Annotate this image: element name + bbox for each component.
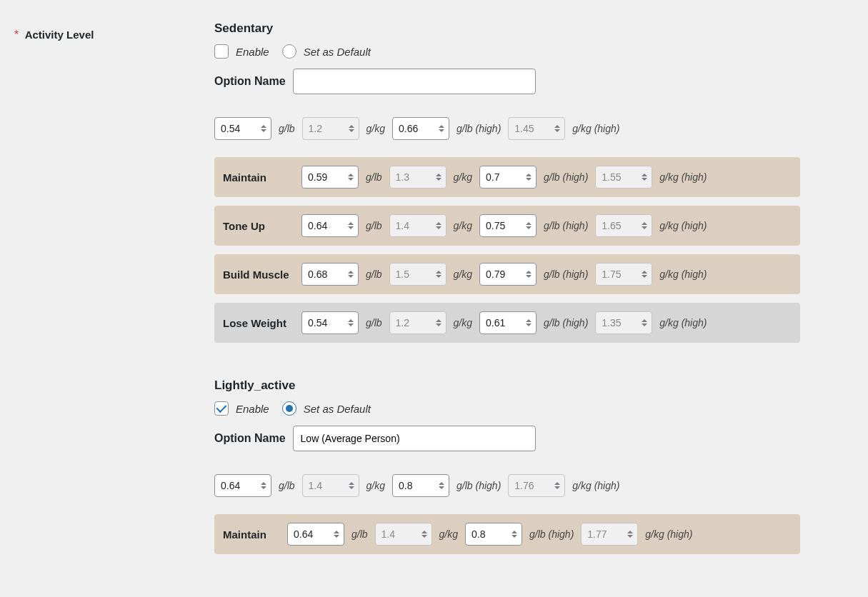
gkg-input	[302, 117, 359, 140]
glb-input[interactable]	[214, 474, 271, 497]
default-label: Set as Default	[304, 46, 371, 58]
unit-glb-high: g/lb (high)	[457, 123, 501, 134]
enable-label: Enable	[236, 403, 269, 415]
unit-gkg-high: g/kg (high)	[659, 171, 707, 183]
unit-glb-high: g/lb (high)	[544, 317, 588, 328]
glb-input[interactable]	[214, 117, 271, 140]
unit-gkg: g/kg	[454, 171, 472, 183]
unit-gkg: g/kg	[454, 317, 472, 328]
goal-values-row: Maintain g/lb g/kg g/lb (high) g/kg (hig…	[214, 514, 800, 554]
goal-label: Tone Up	[223, 220, 294, 232]
enable-default-row: Enable Set as Default	[214, 401, 800, 416]
unit-glb-high: g/lb (high)	[544, 269, 588, 280]
glb-input[interactable]	[301, 166, 359, 189]
unit-gkg: g/kg	[366, 123, 385, 134]
goal-label: Build Muscle	[223, 269, 294, 281]
base-values-row: g/lb g/kg g/lb (high) g/kg (high)	[214, 466, 800, 506]
unit-gkg: g/kg	[439, 528, 458, 540]
unit-glb: g/lb	[279, 123, 295, 134]
option-name-label: Option Name	[214, 432, 286, 445]
unit-gkg-high: g/kg (high)	[659, 317, 707, 328]
unit-glb: g/lb	[366, 317, 382, 328]
unit-gkg: g/kg	[454, 220, 472, 231]
goal-values-row: Build Muscle g/lb g/kg g/lb (high) g/kg …	[214, 254, 800, 294]
unit-gkg-high: g/kg (high)	[659, 220, 707, 231]
gkg-input	[302, 474, 359, 497]
glb-input[interactable]	[301, 214, 359, 237]
level-title: Lightly_active	[214, 378, 800, 393]
gkg-input	[375, 523, 432, 546]
level-block: Sedentary Enable Set as Default Option N…	[214, 21, 800, 343]
default-label: Set as Default	[304, 403, 371, 415]
gkg-input	[389, 263, 447, 286]
base-values-row: g/lb g/kg g/lb (high) g/kg (high)	[214, 109, 800, 149]
glb-high-input[interactable]	[465, 523, 522, 546]
goal-label: Maintain	[223, 171, 294, 184]
gkg-input	[389, 214, 447, 237]
unit-gkg-high: g/kg (high)	[645, 528, 692, 540]
gkg-high-input	[581, 523, 638, 546]
gkg-high-input	[595, 263, 652, 286]
glb-high-input[interactable]	[479, 166, 537, 189]
level-block: Lightly_active Enable Set as Default Opt…	[214, 378, 800, 554]
glb-high-input[interactable]	[392, 474, 449, 497]
level-title: Sedentary	[214, 21, 800, 36]
option-name-input[interactable]	[293, 426, 536, 451]
enable-checkbox[interactable]	[214, 401, 229, 416]
glb-high-input[interactable]	[479, 263, 537, 286]
enable-checkbox[interactable]	[214, 44, 229, 59]
goal-label: Maintain	[223, 528, 280, 541]
gkg-input	[389, 166, 447, 189]
unit-gkg-high: g/kg (high)	[572, 480, 619, 491]
unit-gkg-high: g/kg (high)	[659, 269, 707, 280]
gkg-high-input	[595, 214, 652, 237]
unit-glb: g/lb	[366, 269, 382, 280]
goal-values-row: Lose Weight g/lb g/kg g/lb (high) g/kg (…	[214, 303, 800, 343]
option-name-input[interactable]	[293, 69, 536, 94]
gkg-high-input	[508, 474, 565, 497]
enable-label: Enable	[236, 46, 269, 58]
gkg-high-input	[595, 166, 652, 189]
unit-glb-high: g/lb (high)	[544, 171, 588, 183]
unit-glb: g/lb	[366, 171, 382, 183]
default-radio[interactable]	[282, 401, 296, 416]
unit-gkg: g/kg	[366, 480, 385, 491]
goal-label: Lose Weight	[223, 317, 294, 329]
unit-gkg: g/kg	[454, 269, 472, 280]
goal-values-row: Maintain g/lb g/kg g/lb (high) g/kg (hig…	[214, 157, 800, 197]
unit-glb: g/lb	[279, 480, 295, 491]
enable-default-row: Enable Set as Default	[214, 44, 800, 59]
gkg-input	[389, 311, 447, 334]
default-radio[interactable]	[282, 44, 296, 59]
gkg-high-input	[595, 311, 652, 334]
glb-high-input[interactable]	[479, 311, 537, 334]
unit-gkg-high: g/kg (high)	[572, 123, 619, 134]
option-name-row: Option Name	[214, 426, 800, 451]
glb-input[interactable]	[287, 523, 344, 546]
option-name-row: Option Name	[214, 69, 800, 94]
unit-glb: g/lb	[366, 220, 382, 231]
goal-values-row: Tone Up g/lb g/kg g/lb (high) g/kg (high…	[214, 206, 800, 246]
unit-glb: g/lb	[351, 528, 368, 540]
unit-glb-high: g/lb (high)	[529, 528, 574, 540]
option-name-label: Option Name	[214, 75, 286, 88]
gkg-high-input	[508, 117, 565, 140]
required-marker: *	[14, 29, 19, 41]
unit-glb-high: g/lb (high)	[457, 480, 501, 491]
glb-input[interactable]	[301, 263, 359, 286]
glb-high-input[interactable]	[392, 117, 449, 140]
glb-input[interactable]	[301, 311, 359, 334]
field-label-activity-level: Activity Level	[25, 29, 94, 41]
unit-glb-high: g/lb (high)	[544, 220, 588, 231]
glb-high-input[interactable]	[479, 214, 537, 237]
